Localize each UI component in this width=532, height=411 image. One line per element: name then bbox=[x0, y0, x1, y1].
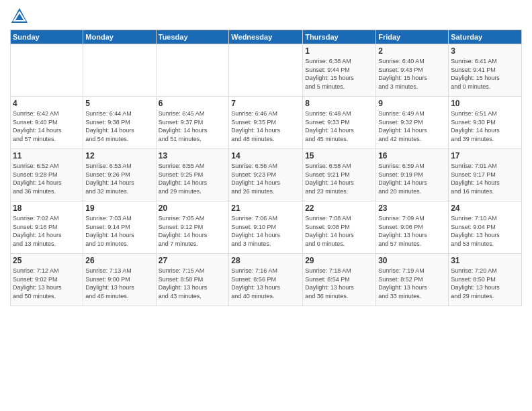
day-info: Sunrise: 6:42 AM Sunset: 9:40 PM Dayligh… bbox=[13, 109, 81, 143]
day-number: 25 bbox=[13, 256, 81, 265]
day-number: 3 bbox=[451, 46, 519, 56]
day-info: Sunrise: 7:13 AM Sunset: 9:00 PM Dayligh… bbox=[85, 267, 153, 300]
calendar-cell: 7Sunrise: 6:46 AM Sunset: 9:35 PM Daylig… bbox=[229, 97, 303, 149]
day-info: Sunrise: 6:51 AM Sunset: 9:30 PM Dayligh… bbox=[451, 109, 519, 143]
day-number: 20 bbox=[159, 203, 227, 213]
day-info: Sunrise: 7:06 AM Sunset: 9:10 PM Dayligh… bbox=[231, 214, 300, 248]
day-info: Sunrise: 6:49 AM Sunset: 9:32 PM Dayligh… bbox=[378, 109, 446, 143]
logo-icon bbox=[10, 7, 29, 26]
day-info: Sunrise: 6:52 AM Sunset: 9:28 PM Dayligh… bbox=[13, 162, 81, 195]
calendar-cell: 23Sunrise: 7:09 AM Sunset: 9:06 PM Dayli… bbox=[376, 201, 449, 254]
calendar-cell: 18Sunrise: 7:02 AM Sunset: 9:16 PM Dayli… bbox=[11, 201, 83, 254]
calendar-week-row: 1Sunrise: 6:38 AM Sunset: 9:44 PM Daylig… bbox=[11, 44, 522, 97]
calendar-table: SundayMondayTuesdayWednesdayThursdayFrid… bbox=[10, 30, 522, 306]
day-number: 6 bbox=[159, 99, 227, 108]
day-info: Sunrise: 6:40 AM Sunset: 9:43 PM Dayligh… bbox=[378, 57, 446, 91]
calendar-cell bbox=[11, 44, 83, 97]
calendar-cell: 28Sunrise: 7:16 AM Sunset: 8:56 PM Dayli… bbox=[229, 254, 303, 306]
calendar-cell: 3Sunrise: 6:41 AM Sunset: 9:41 PM Daylig… bbox=[449, 44, 522, 97]
day-number: 16 bbox=[378, 151, 446, 161]
day-number: 7 bbox=[231, 99, 300, 108]
calendar-cell bbox=[83, 44, 156, 97]
day-info: Sunrise: 7:03 AM Sunset: 9:14 PM Dayligh… bbox=[85, 214, 153, 248]
calendar-cell bbox=[156, 44, 229, 97]
day-info: Sunrise: 7:01 AM Sunset: 9:17 PM Dayligh… bbox=[451, 162, 519, 195]
calendar-cell: 10Sunrise: 6:51 AM Sunset: 9:30 PM Dayli… bbox=[449, 97, 522, 149]
day-number: 5 bbox=[85, 99, 153, 108]
calendar-header-row: SundayMondayTuesdayWednesdayThursdayFrid… bbox=[11, 30, 522, 44]
calendar-cell: 8Sunrise: 6:48 AM Sunset: 9:33 PM Daylig… bbox=[303, 97, 376, 149]
calendar-day-header: Sunday bbox=[11, 30, 83, 44]
day-number: 10 bbox=[451, 99, 519, 108]
day-info: Sunrise: 6:55 AM Sunset: 9:25 PM Dayligh… bbox=[159, 162, 227, 195]
calendar-day-header: Thursday bbox=[303, 30, 376, 44]
calendar-cell: 5Sunrise: 6:44 AM Sunset: 9:38 PM Daylig… bbox=[83, 97, 156, 149]
calendar-week-row: 4Sunrise: 6:42 AM Sunset: 9:40 PM Daylig… bbox=[11, 97, 522, 149]
calendar-cell: 27Sunrise: 7:15 AM Sunset: 8:58 PM Dayli… bbox=[156, 254, 229, 306]
day-number: 14 bbox=[231, 151, 300, 161]
day-number: 4 bbox=[13, 99, 81, 108]
day-number: 28 bbox=[231, 256, 300, 265]
calendar-cell: 26Sunrise: 7:13 AM Sunset: 9:00 PM Dayli… bbox=[83, 254, 156, 306]
page: SundayMondayTuesdayWednesdayThursdayFrid… bbox=[0, 0, 532, 411]
day-number: 30 bbox=[378, 256, 446, 265]
day-number: 27 bbox=[159, 256, 227, 265]
day-info: Sunrise: 6:45 AM Sunset: 9:37 PM Dayligh… bbox=[159, 109, 227, 143]
day-number: 29 bbox=[305, 256, 373, 265]
calendar-cell: 6Sunrise: 6:45 AM Sunset: 9:37 PM Daylig… bbox=[156, 97, 229, 149]
day-info: Sunrise: 6:53 AM Sunset: 9:26 PM Dayligh… bbox=[85, 162, 153, 195]
day-info: Sunrise: 6:38 AM Sunset: 9:44 PM Dayligh… bbox=[305, 57, 373, 91]
calendar-cell: 24Sunrise: 7:10 AM Sunset: 9:04 PM Dayli… bbox=[449, 201, 522, 254]
day-info: Sunrise: 7:02 AM Sunset: 9:16 PM Dayligh… bbox=[13, 214, 81, 248]
calendar-day-header: Wednesday bbox=[229, 30, 303, 44]
day-info: Sunrise: 6:56 AM Sunset: 9:23 PM Dayligh… bbox=[231, 162, 300, 195]
day-number: 17 bbox=[451, 151, 519, 161]
day-info: Sunrise: 6:58 AM Sunset: 9:21 PM Dayligh… bbox=[305, 162, 373, 195]
day-number: 19 bbox=[85, 203, 153, 213]
day-number: 11 bbox=[13, 151, 81, 161]
day-number: 13 bbox=[159, 151, 227, 161]
header bbox=[10, 7, 522, 26]
calendar-cell bbox=[229, 44, 303, 97]
calendar-cell: 2Sunrise: 6:40 AM Sunset: 9:43 PM Daylig… bbox=[376, 44, 449, 97]
calendar-cell: 9Sunrise: 6:49 AM Sunset: 9:32 PM Daylig… bbox=[376, 97, 449, 149]
calendar-cell: 16Sunrise: 6:59 AM Sunset: 9:19 PM Dayli… bbox=[376, 149, 449, 201]
calendar-cell: 1Sunrise: 6:38 AM Sunset: 9:44 PM Daylig… bbox=[303, 44, 376, 97]
day-info: Sunrise: 6:41 AM Sunset: 9:41 PM Dayligh… bbox=[451, 57, 519, 91]
day-info: Sunrise: 7:20 AM Sunset: 8:50 PM Dayligh… bbox=[451, 267, 519, 300]
day-number: 1 bbox=[305, 46, 373, 56]
day-info: Sunrise: 7:12 AM Sunset: 9:02 PM Dayligh… bbox=[13, 267, 81, 300]
day-number: 24 bbox=[451, 203, 519, 213]
calendar-day-header: Saturday bbox=[449, 30, 522, 44]
calendar-cell: 4Sunrise: 6:42 AM Sunset: 9:40 PM Daylig… bbox=[11, 97, 83, 149]
calendar-day-header: Tuesday bbox=[156, 30, 229, 44]
calendar-cell: 22Sunrise: 7:08 AM Sunset: 9:08 PM Dayli… bbox=[303, 201, 376, 254]
calendar-cell: 14Sunrise: 6:56 AM Sunset: 9:23 PM Dayli… bbox=[229, 149, 303, 201]
day-info: Sunrise: 7:16 AM Sunset: 8:56 PM Dayligh… bbox=[231, 267, 300, 300]
day-number: 23 bbox=[378, 203, 446, 213]
day-info: Sunrise: 7:05 AM Sunset: 9:12 PM Dayligh… bbox=[159, 214, 227, 248]
calendar-cell: 20Sunrise: 7:05 AM Sunset: 9:12 PM Dayli… bbox=[156, 201, 229, 254]
day-info: Sunrise: 7:19 AM Sunset: 8:52 PM Dayligh… bbox=[378, 267, 446, 300]
day-number: 21 bbox=[231, 203, 300, 213]
calendar-day-header: Monday bbox=[83, 30, 156, 44]
day-info: Sunrise: 7:10 AM Sunset: 9:04 PM Dayligh… bbox=[451, 214, 519, 248]
calendar-day-header: Friday bbox=[376, 30, 449, 44]
day-info: Sunrise: 6:46 AM Sunset: 9:35 PM Dayligh… bbox=[231, 109, 300, 143]
day-number: 2 bbox=[378, 46, 446, 56]
calendar-cell: 12Sunrise: 6:53 AM Sunset: 9:26 PM Dayli… bbox=[83, 149, 156, 201]
day-number: 22 bbox=[305, 203, 373, 213]
calendar-cell: 15Sunrise: 6:58 AM Sunset: 9:21 PM Dayli… bbox=[303, 149, 376, 201]
calendar-cell: 31Sunrise: 7:20 AM Sunset: 8:50 PM Dayli… bbox=[449, 254, 522, 306]
day-info: Sunrise: 7:09 AM Sunset: 9:06 PM Dayligh… bbox=[378, 214, 446, 248]
calendar-cell: 29Sunrise: 7:18 AM Sunset: 8:54 PM Dayli… bbox=[303, 254, 376, 306]
calendar-cell: 13Sunrise: 6:55 AM Sunset: 9:25 PM Dayli… bbox=[156, 149, 229, 201]
day-info: Sunrise: 6:59 AM Sunset: 9:19 PM Dayligh… bbox=[378, 162, 446, 195]
calendar-cell: 17Sunrise: 7:01 AM Sunset: 9:17 PM Dayli… bbox=[449, 149, 522, 201]
day-number: 31 bbox=[451, 256, 519, 265]
day-number: 8 bbox=[305, 99, 373, 108]
day-number: 9 bbox=[378, 99, 446, 108]
logo bbox=[10, 7, 32, 26]
day-number: 26 bbox=[85, 256, 153, 265]
day-info: Sunrise: 6:44 AM Sunset: 9:38 PM Dayligh… bbox=[85, 109, 153, 143]
